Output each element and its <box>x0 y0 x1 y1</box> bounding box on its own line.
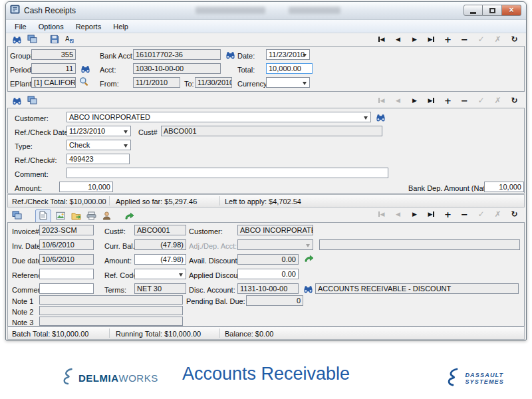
print-button[interactable] <box>26 35 38 46</box>
nav-next-button[interactable]: ▶ <box>410 96 420 106</box>
bank-acct-find-button[interactable] <box>225 49 236 60</box>
print-invoice-button[interactable] <box>85 211 97 222</box>
menu-options[interactable]: Options <box>33 21 70 32</box>
amount-label: Amount: <box>15 183 42 194</box>
note2-field[interactable] <box>39 306 183 315</box>
nav-first-button[interactable]: ◀ <box>376 209 386 219</box>
bank-acct-field[interactable]: 161017702-36 <box>133 49 221 60</box>
inv-amount-field[interactable]: (47.98) <box>134 254 186 265</box>
nav-first-button[interactable]: ◀ <box>376 96 386 106</box>
menu-file[interactable]: File <box>9 21 33 32</box>
pending-bal-label: Pending Bal. Due: <box>186 296 245 307</box>
inv-date-field[interactable]: 10/6/2010 <box>39 239 94 250</box>
nav-cancel-button[interactable]: ✗ <box>493 96 503 106</box>
minimize-button[interactable] <box>464 5 483 16</box>
minimize-icon <box>470 12 476 14</box>
nav-prev-button[interactable]: ◀ <box>393 35 403 45</box>
type-dropdown[interactable]: Check <box>66 140 131 150</box>
svg-text:A: A <box>65 35 70 42</box>
nav-edit-button[interactable]: ✓ <box>476 35 486 45</box>
nav-prev-button[interactable]: ◀ <box>393 209 403 219</box>
pending-bal-field[interactable]: 0 <box>246 295 303 306</box>
apply-discount-button[interactable] <box>303 254 315 265</box>
nav-prev-button[interactable]: ◀ <box>393 96 403 106</box>
note1-field[interactable] <box>39 295 183 305</box>
nav-add-button[interactable]: + <box>443 35 453 45</box>
nav-first-button[interactable]: ◀ <box>376 35 386 45</box>
nav-delete-button[interactable]: − <box>460 96 469 106</box>
total-field[interactable]: 10,000.00 <box>266 63 313 74</box>
reference-field[interactable] <box>39 269 94 279</box>
terms-field[interactable]: NET 30 <box>134 283 186 294</box>
note3-field[interactable] <box>39 317 183 326</box>
adj-dep-acct-desc-field <box>319 239 520 250</box>
disc-account-find-button[interactable] <box>303 283 314 294</box>
disc-account-field[interactable]: 1131-10-00-00 <box>237 283 299 294</box>
due-date-field[interactable]: 10/6/2010 <box>39 254 94 265</box>
ref-check-date-dropdown[interactable]: 11/23/2010 <box>66 126 131 136</box>
curr-bal-field[interactable]: (47.98) <box>134 239 186 250</box>
period-field[interactable]: 11 <box>31 63 76 74</box>
nav-last-button[interactable]: ▶ <box>426 35 436 45</box>
cust-no-field[interactable]: ABCO001 <box>161 126 382 136</box>
date-dropdown[interactable]: 11/23/2010 <box>266 49 310 60</box>
receipt-print-button[interactable] <box>26 96 38 107</box>
receipt-statusbar: Ref./Check Total: $10,000.00 Applied so … <box>7 194 525 207</box>
nav-last-button[interactable]: ▶ <box>426 96 436 106</box>
nav-delete-button[interactable]: − <box>460 35 469 45</box>
customer-dropdown[interactable]: ABCO INCORPORATED <box>66 112 371 122</box>
inv-customer-field[interactable]: ABCO INCORPORATED <box>237 225 313 235</box>
currency-dropdown[interactable] <box>266 77 310 88</box>
customer-find-button[interactable] <box>375 112 386 122</box>
menu-reports[interactable]: Reports <box>70 21 108 32</box>
period-label: Period: <box>10 65 33 75</box>
nav-add-button[interactable]: + <box>443 209 453 219</box>
to-date-field[interactable]: 11/30/2010 <box>195 77 232 88</box>
menu-help[interactable]: Help <box>107 21 134 32</box>
nav-delete-button[interactable]: − <box>460 209 469 219</box>
nav-refresh-button[interactable]: ↻ <box>509 96 519 106</box>
nav-cancel-button[interactable]: ✗ <box>493 209 503 219</box>
ref-check-no-field[interactable]: 499423 <box>66 154 130 164</box>
nav-edit-button[interactable]: ✓ <box>476 96 486 106</box>
bank-dep-field[interactable]: 10,000 <box>484 182 524 192</box>
maximize-button[interactable] <box>483 5 502 16</box>
close-button[interactable]: × <box>502 5 521 16</box>
acct-field[interactable]: 1030-10-00-00 <box>133 63 221 74</box>
note1-label: Note 1 <box>12 296 33 307</box>
balance-status: Balance: $0.00 <box>225 329 273 338</box>
auto-apply-button[interactable] <box>123 211 135 222</box>
eplant-lookup-button[interactable] <box>78 77 90 88</box>
group-field[interactable]: 355 <box>31 49 76 60</box>
nav-refresh-button[interactable]: ↻ <box>509 209 519 219</box>
from-date-field[interactable]: 11/1/2010 <box>133 77 180 88</box>
customer-info-button[interactable] <box>100 211 112 222</box>
batch-total-status: Batch Total: $10,000.00 <box>12 329 88 338</box>
amount-field[interactable]: 10,000 <box>59 182 113 192</box>
adj-dep-acct-dropdown[interactable] <box>237 239 313 250</box>
avail-discount-field[interactable]: 0.00 <box>237 254 299 265</box>
inv-cust-no-field[interactable]: ABCO001 <box>134 225 186 235</box>
ref-code-dropdown[interactable] <box>134 269 186 279</box>
nav-last-button[interactable]: ▶ <box>426 209 436 219</box>
inv-comment-field[interactable] <box>39 283 94 294</box>
period-find-button[interactable] <box>80 63 91 74</box>
nav-edit-button[interactable]: ✓ <box>476 209 486 219</box>
eplant-field[interactable]: [1] CALIFORNIA <box>31 77 76 88</box>
comment-field[interactable] <box>66 168 388 178</box>
nav-refresh-button[interactable]: ↻ <box>509 35 519 45</box>
applied-discount-field[interactable]: 0.00 <box>237 269 299 279</box>
invoice-no-field[interactable]: 2023-SCM <box>39 225 94 235</box>
nav-add-button[interactable]: + <box>443 96 453 106</box>
save-button[interactable] <box>49 35 61 46</box>
open-invoice-button[interactable] <box>70 211 82 222</box>
invoice-print-button[interactable] <box>11 211 23 222</box>
chart-view-button[interactable] <box>55 211 66 222</box>
detail-view-button[interactable] <box>35 209 51 223</box>
spellcheck-button[interactable]: A <box>64 35 76 46</box>
nav-next-button[interactable]: ▶ <box>410 209 420 219</box>
receipt-find-button[interactable] <box>11 96 23 107</box>
find-button[interactable] <box>11 35 23 46</box>
nav-cancel-button[interactable]: ✗ <box>493 35 503 45</box>
nav-next-button[interactable]: ▶ <box>410 35 420 45</box>
